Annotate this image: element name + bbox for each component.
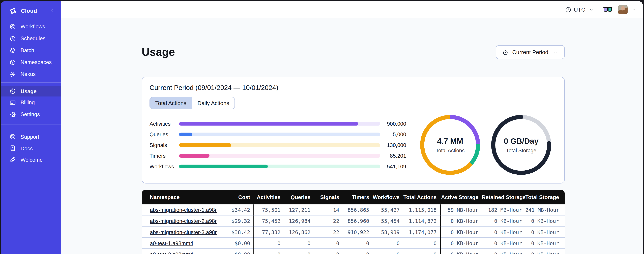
cell-retained-storage: 0 KB-Hour <box>482 240 525 246</box>
cell-activities: 75,452 <box>254 218 284 224</box>
schedules-icon <box>10 35 16 42</box>
namespace-link[interactable]: abs-migration-cluster-2.a98mm4 <box>150 218 217 224</box>
timezone-label: UTC <box>574 6 585 12</box>
sidebar-item-label: Support <box>20 134 40 140</box>
column-header-workflows: Workflows <box>372 194 403 200</box>
sidebar-item-support[interactable]: Support <box>1 131 61 142</box>
column-header-retained-storage: Retained Storage <box>482 194 525 200</box>
cell-workflows: 58,939 <box>372 229 403 235</box>
column-header-activities: Activities <box>254 194 284 200</box>
welcome-icon <box>10 156 16 163</box>
namespace-link[interactable]: a0-test-2.a98mm4 <box>150 251 193 254</box>
usage-icon <box>10 88 16 94</box>
cell-total-actions: 0 <box>403 240 440 246</box>
sidebar-item-batch[interactable]: Batch <box>1 44 61 56</box>
cell-queries: 0 <box>284 251 314 254</box>
bar-label: Activities <box>150 121 179 127</box>
bar-fill <box>179 122 358 126</box>
screen: UTC Cloud WorkflowsSchedulesBatchNamespa… <box>0 0 644 254</box>
donut-label: Total Storage <box>506 148 536 153</box>
table-row: abs-migration-cluster-2.a98mm4$29.3275,4… <box>142 216 565 227</box>
cell-total-storage: 241 MB-Hour <box>525 207 565 213</box>
actions-tab-group: Total ActionsDaily Actions <box>150 97 235 110</box>
cell-workflows: 55,454 <box>372 218 403 224</box>
chevron-down-icon <box>552 49 558 56</box>
user-menu[interactable] <box>618 5 637 14</box>
bar-label: Timers <box>150 153 179 159</box>
cell-active-storage: 0 KB-Hour <box>441 218 482 224</box>
namespace-link[interactable]: abs-migration-cluster-1.a98mm4 <box>150 207 217 213</box>
sidebar-item-billing[interactable]: Billing <box>1 96 61 108</box>
sidebar: Cloud WorkflowsSchedulesBatchNamespacesN… <box>1 1 61 254</box>
cell-active-storage: 0 KB-Hour <box>441 229 482 235</box>
timezone-select[interactable]: UTC <box>565 6 594 13</box>
sidebar-collapse-button[interactable] <box>49 8 56 14</box>
sidebar-item-workflows[interactable]: Workflows <box>1 20 61 32</box>
cell-activities: 77,332 <box>254 229 284 235</box>
namespace-link[interactable]: abs-migration-cluster-3.a98mm4 <box>150 229 217 235</box>
period-select-button[interactable]: Current Period <box>496 45 565 59</box>
cell-queries: 126,984 <box>284 218 314 224</box>
period-button-label: Current Period <box>512 49 548 55</box>
sidebar-item-docs[interactable]: Docs <box>1 142 61 154</box>
temporal-logo-icon <box>10 7 17 14</box>
column-header-cost: Cost <box>217 194 254 200</box>
column-header-timers: Timers <box>342 194 372 200</box>
column-header-signals: Signals <box>314 194 342 200</box>
sidebar-item-schedules[interactable]: Schedules <box>1 32 61 44</box>
sidebar-item-label: Namespaces <box>20 59 52 65</box>
cell-retained-storage: 0 KB-Hour <box>482 229 525 235</box>
donut-segment-cap <box>519 115 523 119</box>
cell-timers: 856,960 <box>342 218 372 224</box>
column-header-total-actions: Total Actions <box>403 194 440 200</box>
sidebar-item-label: Usage <box>20 88 37 94</box>
sidebar-item-namespaces[interactable]: Namespaces <box>1 56 61 68</box>
namespace-cell: abs-migration-cluster-1.a98mm4 <box>142 207 217 213</box>
sidebar-item-nexus[interactable]: Nexus <box>1 68 61 80</box>
tab-daily-actions[interactable]: Daily Actions <box>192 97 235 109</box>
table-row: abs-migration-cluster-1.a98mm4$34.4275,5… <box>142 204 565 216</box>
donut-total-storage: 0 GB/DayTotal Storage <box>491 115 551 175</box>
namespace-usage-table: NamespaceCostActivitiesQueriesSignalsTim… <box>142 190 565 254</box>
cell-total-storage: 0 KB-Hour <box>525 251 565 254</box>
app-window: UTC Cloud WorkflowsSchedulesBatchNamespa… <box>1 1 643 254</box>
table-row: abs-migration-cluster-3.a98mm4$38.4277,3… <box>142 227 565 238</box>
support-icon <box>10 133 16 140</box>
cell-total-actions: 1,114,872 <box>403 218 440 224</box>
sidebar-footer-nav: SupportDocsWelcome <box>1 131 61 166</box>
cell-active-storage: 59 MB-Hour <box>441 207 482 213</box>
table-row: a0-test-2.a98mm4$0.000000000 KB-Hour0 KB… <box>142 249 565 254</box>
cell-retained-storage: 0 KB-Hour <box>482 218 525 224</box>
bar-fill <box>179 143 231 147</box>
cell-signals: 0 <box>314 251 342 254</box>
feedback-glasses-button[interactable] <box>603 6 612 13</box>
sidebar-item-settings[interactable]: Settings <box>1 108 61 120</box>
namespace-link[interactable]: a0-test-1.a98mm4 <box>150 240 193 246</box>
column-header-active-storage: Active Storage <box>441 194 482 200</box>
bar-fill <box>179 164 268 168</box>
cell-retained-storage: 182 MB-Hour <box>482 207 525 213</box>
cell-signals: 22 <box>314 229 342 235</box>
cell-activities: 75,501 <box>254 207 284 213</box>
sidebar-item-usage[interactable]: Usage <box>1 86 61 96</box>
namespaces-icon <box>10 59 16 66</box>
sidebar-account-nav: UsageBillingSettings <box>1 86 61 120</box>
cell-retained-storage: 0 KB-Hour <box>482 251 525 254</box>
donut-segment-cap <box>547 141 551 146</box>
bar-value: 541,109 <box>380 163 406 170</box>
sidebar-item-welcome[interactable]: Welcome <box>1 154 61 166</box>
cell-total-storage: 0 KB-Hour <box>525 229 565 235</box>
cell-total-actions: 0 <box>403 251 440 254</box>
bar-value: 5,000 <box>380 131 406 138</box>
app-title: Cloud <box>21 8 45 14</box>
donut-total-actions: 4.7 MMTotal Actions <box>420 115 480 175</box>
cell-cost: $0.00 <box>217 251 254 254</box>
donut-center: 0 GB/DayTotal Storage <box>495 119 547 171</box>
tab-total-actions[interactable]: Total Actions <box>150 97 192 109</box>
nexus-icon <box>10 71 16 78</box>
cell-cost: $29.32 <box>217 218 254 224</box>
cell-active-storage: 0 KB-Hour <box>441 240 482 246</box>
cell-signals: 22 <box>314 218 342 224</box>
namespace-cell: abs-migration-cluster-2.a98mm4 <box>142 218 217 224</box>
cell-queries: 127,211 <box>284 207 314 213</box>
